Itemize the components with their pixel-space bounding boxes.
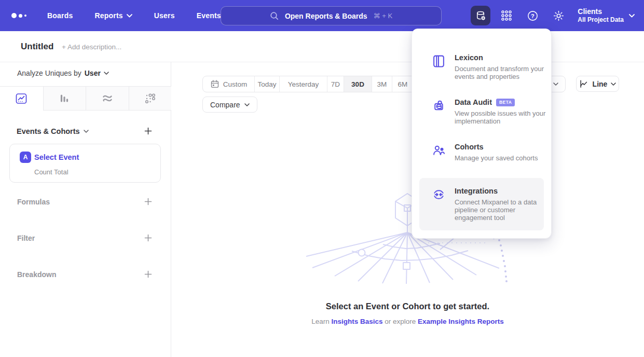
select-event-card[interactable]: A Select Event Count Total xyxy=(9,144,161,183)
apps-grid-button[interactable] xyxy=(497,6,516,25)
date-range-custom[interactable]: Custom xyxy=(203,76,255,92)
subtitle-middle: or explore xyxy=(382,318,418,325)
add-event-button[interactable] xyxy=(144,127,152,137)
chevron-down-icon xyxy=(104,72,109,75)
menu-item-cohorts[interactable]: Cohorts Manage your saved cohorts xyxy=(412,134,551,171)
query-builder-sidebar: Analyze Uniques by User xyxy=(0,62,171,357)
project-scope: All Project Data xyxy=(578,16,624,24)
data-audit-icon xyxy=(432,98,446,125)
chevron-down-icon xyxy=(244,103,250,106)
mixpanel-logo-icon[interactable] xyxy=(11,13,26,18)
analyze-label: Analyze Uniques by xyxy=(17,69,81,77)
beta-badge: BETA xyxy=(496,99,515,106)
tab-flow-chart[interactable] xyxy=(86,87,129,111)
date-range-30d[interactable]: 30D xyxy=(344,76,372,92)
search-placeholder: Open Reports & Boards xyxy=(285,12,367,20)
lexicon-book-icon xyxy=(432,53,446,80)
metrics-grid-icon xyxy=(144,92,156,105)
chart-type-tabs xyxy=(0,86,171,111)
filter-section-label: Filter xyxy=(17,234,35,242)
date-range-3m[interactable]: 3M xyxy=(372,76,392,92)
menu-item-integrations[interactable]: Integrations Connect Mixpanel to a data … xyxy=(419,178,544,230)
chevron-down-icon xyxy=(553,83,558,86)
tab-metrics-grid[interactable] xyxy=(129,87,172,111)
data-management-button[interactable] xyxy=(471,6,490,25)
subtitle-prefix: Learn xyxy=(311,318,331,325)
breakdown-section-label: Breakdown xyxy=(17,270,56,279)
count-total-label[interactable]: Count Total xyxy=(34,168,68,176)
cohorts-people-icon xyxy=(432,143,446,162)
date-range-7d[interactable]: 7D xyxy=(327,76,344,92)
empty-state-subtitle: Learn Insights Basics or explore Example… xyxy=(171,318,644,325)
database-gear-icon xyxy=(475,10,487,22)
tab-line-chart[interactable] xyxy=(0,87,43,111)
tab-bar-chart[interactable] xyxy=(43,87,86,111)
data-management-menu: Lexicon Document and transform your even… xyxy=(412,29,552,239)
menu-item-data-audit[interactable]: Data AuditBETA View possible issues with… xyxy=(412,89,551,134)
top-navigation: Boards Reports Users Events Open Reports… xyxy=(0,0,644,31)
chevron-down-icon xyxy=(629,14,635,18)
nav-item-reports[interactable]: Reports xyxy=(94,11,132,20)
chevron-down-icon xyxy=(84,130,89,133)
svg-text:?: ? xyxy=(531,12,535,19)
chevron-down-icon xyxy=(127,14,132,18)
menu-item-lexicon[interactable]: Lexicon Document and transform your even… xyxy=(412,45,551,89)
nav-item-events[interactable]: Events xyxy=(197,11,221,20)
nav-right-controls: ? Clients All Project Data xyxy=(471,0,635,31)
date-range-6m[interactable]: 6M xyxy=(392,76,414,92)
help-icon: ? xyxy=(527,10,539,22)
plus-icon xyxy=(144,198,152,205)
compare-dropdown[interactable]: Compare xyxy=(202,97,257,113)
project-selector[interactable]: Clients All Project Data xyxy=(578,7,635,24)
example-insights-reports-link[interactable]: Example Insights Reports xyxy=(418,318,504,325)
insights-basics-link[interactable]: Insights Basics xyxy=(331,318,382,325)
bar-chart-icon xyxy=(58,92,71,105)
mixpanel-insights-page: Boards Reports Users Events Open Reports… xyxy=(0,0,644,357)
analyze-uniques-row: Analyze Uniques by User xyxy=(17,69,109,77)
settings-button[interactable] xyxy=(549,6,568,25)
empty-state-title: Select an Event or Cohort to get started… xyxy=(171,301,644,311)
apps-grid-icon xyxy=(500,9,513,22)
add-formula-button[interactable] xyxy=(144,198,152,208)
date-range-today[interactable]: Today xyxy=(255,76,280,92)
add-breakdown-button[interactable] xyxy=(144,270,152,280)
nav-item-users[interactable]: Users xyxy=(154,11,175,20)
help-button[interactable]: ? xyxy=(523,6,542,25)
event-series-badge: A xyxy=(20,152,31,163)
line-chart-icon xyxy=(579,79,589,89)
plus-icon xyxy=(144,234,152,242)
project-name: Clients xyxy=(578,7,624,16)
plus-icon xyxy=(144,270,152,278)
date-range-yesterday[interactable]: Yesterday xyxy=(280,76,327,92)
formulas-section-label: Formulas xyxy=(17,198,50,206)
search-shortcut: ⌘ + K xyxy=(374,12,393,20)
report-title[interactable]: Untitled xyxy=(21,42,53,52)
search-icon xyxy=(270,11,279,20)
select-event-label[interactable]: Select Event xyxy=(34,153,79,161)
line-chart-icon xyxy=(15,92,28,105)
chart-type-dropdown[interactable]: Line xyxy=(576,76,619,92)
plus-icon xyxy=(144,127,152,135)
events-cohorts-section-header[interactable]: Events & Cohorts xyxy=(17,127,89,135)
search-input[interactable]: Open Reports & Boards ⌘ + K xyxy=(221,6,442,25)
integrations-sync-icon xyxy=(432,187,446,222)
nav-item-boards[interactable]: Boards xyxy=(47,11,73,20)
add-description-field[interactable]: + Add description... xyxy=(62,43,121,51)
report-canvas: Custom Today Yesterday 7D 30D 3M 6M 12M … xyxy=(171,62,644,357)
gear-icon xyxy=(553,10,565,22)
calendar-icon xyxy=(210,79,220,89)
chevron-down-icon xyxy=(611,83,616,86)
add-filter-button[interactable] xyxy=(144,234,152,244)
analyze-entity-dropdown[interactable]: User xyxy=(85,69,109,77)
nav-links: Boards Reports Users Events xyxy=(47,11,221,20)
flow-chart-icon xyxy=(101,92,114,105)
